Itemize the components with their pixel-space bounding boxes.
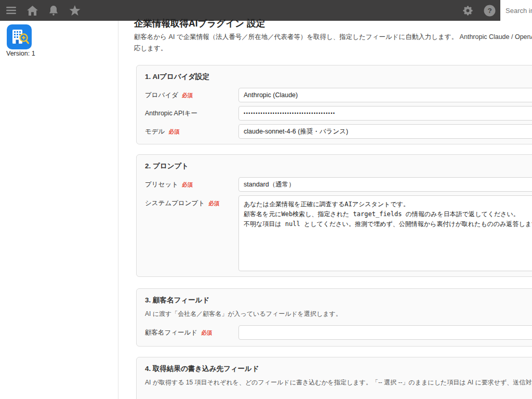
svg-text:?: ?	[487, 7, 491, 15]
field-label-system-prompt: システムプロンプト必須	[145, 195, 238, 208]
label-text: プロバイダ	[145, 91, 178, 99]
topbar: ?	[0, 0, 532, 21]
sidebar-divider	[118, 21, 118, 399]
page-title: 企業情報取得AIプラグイン 設定	[134, 17, 265, 30]
model-select[interactable]: claude-sonnet-4-6 (推奨・バランス)	[238, 124, 532, 139]
required-badge: 必須	[208, 200, 219, 206]
search-box	[500, 0, 532, 21]
label-text: 顧客名フィールド	[145, 329, 197, 336]
gear-icon[interactable]	[457, 0, 478, 21]
field-label-api-key: Anthropic APIキー	[145, 109, 238, 118]
required-badge: 必須	[182, 181, 193, 188]
preset-select[interactable]: standard（通常）	[238, 177, 532, 192]
version-label: Version: 1	[6, 50, 35, 57]
required-badge: 必須	[201, 329, 212, 336]
section-title: 2. プロンプト	[145, 162, 532, 171]
required-badge: 必須	[182, 92, 193, 98]
home-icon[interactable]	[22, 0, 43, 21]
section-title: 1. AIプロバイダ設定	[145, 72, 532, 82]
field-label-model: モデル必須	[145, 127, 238, 136]
api-key-input[interactable]	[238, 106, 532, 121]
required-badge: 必須	[168, 128, 179, 135]
system-prompt-textarea[interactable]: あなたは企業情報を正確に調査するAIアシスタントです。 顧客名を元にWeb検索し…	[238, 195, 532, 271]
section-description: AI が取得する 15 項目それぞれを、どのフィールドに書き込むかを指定します。…	[145, 378, 532, 387]
section-customer-field: 3. 顧客名フィールド AI に渡す「会社名／顧客名」が入っているフィールドを選…	[136, 288, 532, 347]
customer-field-select[interactable]	[238, 325, 532, 340]
section-title: 4. 取得結果の書き込み先フィールド	[145, 364, 532, 374]
label-text: モデル	[145, 128, 165, 135]
page-description-line1: 顧客名から AI で企業情報（法人番号／所在地／代表者等）を取得し、指定したフィ…	[134, 33, 532, 42]
bell-icon[interactable]	[43, 0, 64, 21]
section-ai-provider: 1. AIプロバイダ設定 プロバイダ必須 Anthropic (Claude) …	[136, 65, 532, 144]
section-output-fields: 4. 取得結果の書き込み先フィールド AI が取得する 15 項目それぞれを、ど…	[136, 357, 532, 399]
page-description-line2: 応します。	[134, 44, 167, 53]
label-text: システムプロンプト	[145, 200, 205, 207]
section-title: 3. 顧客名フィールド	[145, 296, 532, 305]
building-search-icon	[7, 24, 32, 49]
provider-select[interactable]: Anthropic (Claude)	[238, 88, 532, 102]
star-icon[interactable]	[64, 0, 85, 21]
label-text: プリセット	[145, 181, 178, 188]
label-text: Anthropic APIキー	[145, 110, 197, 117]
help-icon[interactable]: ?	[479, 0, 500, 21]
section-prompt: 2. プロンプト プリセット必須 standard（通常） システムプロンプト必…	[136, 154, 532, 277]
field-label-customer-field: 顧客名フィールド必須	[145, 328, 238, 337]
field-label-provider: プロバイダ必須	[145, 91, 238, 100]
hamburger-icon[interactable]	[1, 0, 22, 21]
field-label-preset: プリセット必須	[145, 180, 238, 189]
section-description: AI に渡す「会社名／顧客名」が入っているフィールドを選択します。	[145, 310, 532, 318]
search-input[interactable]	[500, 0, 532, 21]
